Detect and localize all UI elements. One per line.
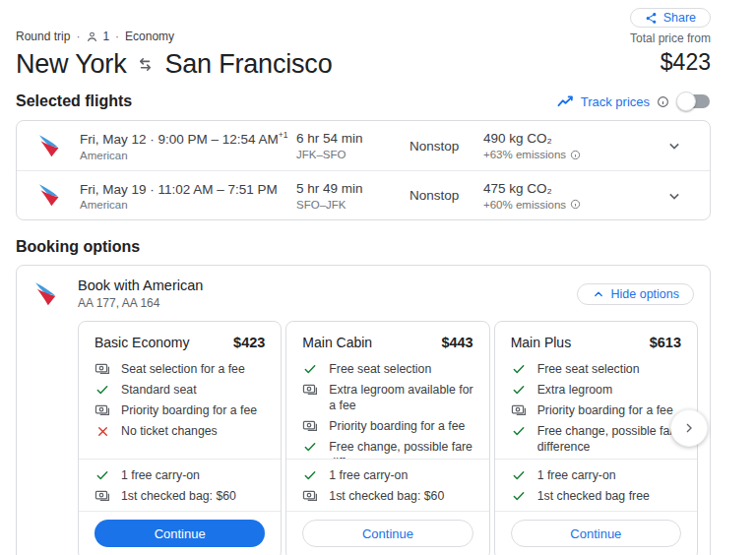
fare-feature-text: Priority boarding for a fee [537, 402, 673, 418]
flight-route: JFK–SFO [296, 149, 410, 160]
fare-feature-row: Standard seat [94, 382, 267, 398]
page-header: Round trip · 1 · Economy New York San Fr… [16, 30, 711, 80]
booking-provider: Book with American [78, 278, 203, 293]
fare-feature-list: Seat selection for a feeStandard seatPri… [79, 358, 281, 459]
share-icon [645, 12, 658, 25]
flight-row-outbound[interactable]: Fri, May 12 · 9:00 PM – 12:54 AM+1 Ameri… [17, 121, 710, 170]
american-airlines-logo [36, 182, 80, 209]
fare-feature-text: 1st checked bag free [537, 488, 650, 504]
fare-feature-row: 1st checked bag: $60 [94, 488, 267, 504]
share-label: Share [663, 11, 696, 25]
info-icon[interactable] [570, 150, 581, 160]
american-airlines-logo [36, 133, 80, 159]
fare-feature-row: Priority boarding for a fee [302, 418, 474, 434]
fee-icon [94, 402, 110, 418]
breadcrumb: Round trip · 1 · Economy [16, 30, 332, 43]
fare-feature-text: Priority boarding for a fee [121, 402, 257, 418]
fare-baggage-list: 1 free carry-on1st checked bag: $60 [286, 460, 488, 511]
check-icon [511, 423, 527, 439]
check-icon [302, 361, 318, 377]
fare-feature-text: Free seat selection [329, 361, 431, 377]
person-icon [86, 31, 98, 43]
cabin-class-label: Economy [125, 30, 174, 43]
continue-button[interactable]: Continue [302, 520, 472, 547]
fare-feature-row: 1st checked bag free [511, 488, 683, 504]
fare-feature-row: Priority boarding for a fee [94, 402, 267, 418]
fare-options: Basic Economy $423 Seat selection for a … [78, 321, 698, 555]
passenger-count: 1 [102, 30, 109, 43]
fare-feature-list: Free seat selectionExtra legroom availab… [286, 358, 488, 459]
flight-duration: 5 hr 49 min [296, 181, 410, 196]
fare-feature-row: Extra legroom available for a fee [302, 382, 474, 413]
fare-card-basic-economy: Basic Economy $423 Seat selection for a … [78, 321, 282, 555]
destination-city: San Francisco [164, 49, 332, 80]
fare-feature-text: Seat selection for a fee [121, 361, 245, 377]
check-icon [511, 361, 527, 377]
fare-feature-row: 1 free carry-on [94, 467, 267, 483]
continue-button[interactable]: Continue [511, 520, 681, 547]
check-icon [511, 488, 527, 504]
fare-baggage-list: 1 free carry-on1st checked bag: $60 [79, 460, 281, 511]
booking-options-heading: Booking options [16, 238, 140, 256]
flight-datetime: Fri, May 12 · 9:00 PM – 12:54 AM [80, 132, 279, 147]
hide-options-button[interactable]: Hide options [577, 283, 695, 305]
chevron-down-icon[interactable] [664, 186, 690, 206]
fare-feature-text: 1st checked bag: $60 [329, 488, 444, 504]
flight-row-return[interactable]: Fri, May 19 · 11:02 AM – 7:51 PM America… [17, 170, 710, 219]
fee-icon [94, 361, 110, 377]
fare-feature-row: Priority boarding for a fee [511, 402, 683, 418]
selected-flights-list: Fri, May 12 · 9:00 PM – 12:54 AM+1 Ameri… [16, 120, 711, 220]
fee-icon [94, 488, 110, 504]
flight-numbers: AA 177, AA 164 [78, 296, 203, 310]
fare-feature-text: Free change, possible fare difference [329, 439, 474, 459]
fare-feature-text: Free change, possible fare difference [537, 423, 683, 455]
check-icon [511, 467, 527, 483]
continue-button[interactable]: Continue [94, 520, 265, 547]
chevron-right-icon [681, 420, 697, 436]
fare-feature-row: 1 free carry-on [511, 467, 683, 483]
check-icon [511, 382, 527, 398]
airline-name: American [80, 150, 296, 161]
share-button[interactable]: Share [630, 8, 711, 28]
fare-price: $443 [441, 335, 472, 350]
top-bar: Share [16, 0, 711, 28]
emissions-delta: +60% emissions [483, 199, 566, 211]
track-prices-toggle[interactable] [676, 92, 711, 111]
total-price-label: Total price from [630, 31, 711, 45]
fare-feature-text: Standard seat [121, 382, 197, 398]
plus-day: +1 [279, 130, 288, 140]
fee-icon [302, 488, 318, 504]
fare-name: Main Plus [511, 335, 571, 350]
flight-duration: 6 hr 54 min [296, 131, 410, 146]
fare-feature-row: 1 free carry-on [302, 467, 474, 483]
fare-feature-text: Extra legroom [537, 382, 613, 398]
fee-icon [511, 402, 527, 418]
fare-feature-row: Seat selection for a fee [94, 361, 267, 377]
fee-icon [302, 382, 318, 398]
emissions-delta: +63% emissions [483, 149, 566, 160]
fare-feature-text: No ticket changes [121, 423, 218, 439]
next-fares-button[interactable] [670, 409, 708, 447]
trip-type-label: Round trip [16, 30, 70, 43]
fare-feature-text: Free seat selection [537, 361, 640, 377]
fare-baggage-list: 1 free carry-on1st checked bag free [495, 460, 697, 511]
flight-route: SFO–JFK [296, 199, 410, 211]
fare-feature-row: Free change, possible fare difference [302, 439, 474, 459]
fare-name: Basic Economy [94, 335, 189, 350]
info-icon[interactable] [570, 199, 581, 210]
info-icon[interactable] [657, 95, 669, 108]
price-graph-icon [557, 94, 574, 108]
fare-feature-row: Free seat selection [302, 361, 474, 377]
fare-feature-row: No ticket changes [94, 423, 267, 439]
x-icon [94, 423, 110, 439]
origin-city: New York [16, 49, 126, 80]
fee-icon [302, 418, 318, 434]
fare-feature-text: 1 free carry-on [121, 467, 200, 483]
fare-feature-text: Extra legroom available for a fee [329, 382, 474, 413]
co2-amount: 475 kg CO₂ [483, 181, 664, 196]
fare-feature-row: Free seat selection [511, 361, 683, 377]
co2-amount: 490 kg CO₂ [483, 131, 664, 146]
chevron-down-icon[interactable] [664, 136, 690, 155]
fare-feature-row: 1st checked bag: $60 [302, 488, 474, 504]
fare-card-main-cabin: Main Cabin $443 Free seat selectionExtra… [285, 321, 489, 555]
